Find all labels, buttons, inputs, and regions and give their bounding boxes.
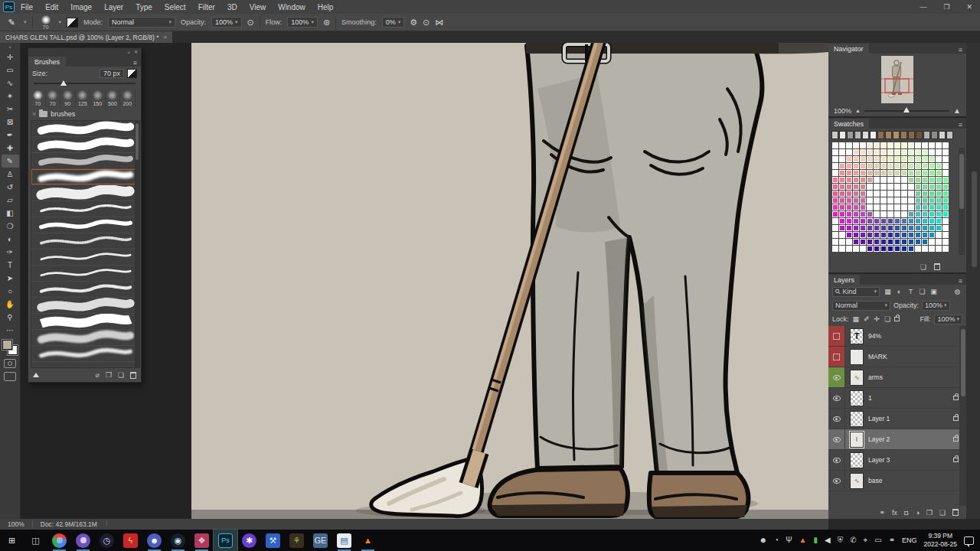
swatch-cell[interactable] [846, 184, 852, 190]
swatch-cell[interactable] [853, 184, 859, 190]
swatch-cell[interactable] [936, 142, 942, 148]
swatch-cell[interactable] [922, 184, 928, 190]
swatch-cell[interactable] [880, 225, 887, 231]
swatch-cell[interactable] [942, 211, 949, 217]
layer-name[interactable]: Layer 1 [868, 415, 890, 422]
swatch-cell[interactable] [860, 225, 866, 231]
taskbar-chrome-icon[interactable] [47, 530, 71, 551]
swatch-cell[interactable] [832, 211, 838, 217]
swatch-cell[interactable] [936, 149, 942, 155]
close-panel-icon[interactable]: ✕ [134, 49, 138, 54]
swatch-cell[interactable] [839, 156, 845, 162]
brush-preset-70[interactable]: 70 [31, 89, 46, 108]
taskbar-plant-app-icon[interactable]: ⚘ [285, 530, 309, 551]
swatch-cell[interactable] [915, 232, 921, 238]
lock-artboard-icon[interactable]: ❏ [884, 315, 890, 323]
swatch-cell[interactable] [853, 204, 859, 210]
swatch-cell[interactable] [915, 246, 921, 252]
swatch-cell[interactable] [874, 232, 880, 238]
document-tab[interactable]: CHARS GLEN TALL.psd @ 100% (Layer 2, RGB… [0, 31, 172, 43]
swatch-cell[interactable] [936, 197, 942, 204]
swatch-cell[interactable] [894, 225, 900, 231]
swatch-cell[interactable] [936, 211, 942, 217]
swatch-cell[interactable] [901, 191, 907, 197]
layer-blend-mode-select[interactable]: Normal ▾ [832, 301, 890, 311]
swatch-cell[interactable] [832, 197, 838, 204]
layer-name[interactable]: 94% [868, 332, 881, 340]
screen-mode-button[interactable] [4, 372, 16, 381]
swatch-cell[interactable] [860, 239, 866, 245]
swatch-cell[interactable] [887, 239, 893, 245]
swatch-cell[interactable] [832, 204, 838, 210]
opacity-select[interactable]: 100% ▾ [211, 17, 242, 28]
swatches-tab[interactable]: Swatches [828, 119, 869, 129]
swatch-cell[interactable] [874, 211, 880, 217]
swatch-cell[interactable] [867, 177, 873, 183]
swatch-cell[interactable] [908, 156, 914, 162]
swatch-cell[interactable] [942, 163, 949, 169]
swatch-cell[interactable] [915, 184, 921, 190]
quick-mask-button[interactable] [4, 359, 16, 368]
swatch-cell[interactable] [860, 232, 866, 238]
taskbar-vlc-icon[interactable]: ▲ [356, 530, 380, 551]
swatch-cell[interactable] [839, 163, 845, 169]
swatch-cell[interactable] [853, 232, 859, 238]
taskbar-clock[interactable]: 9:39 PM 2022-08-25 [924, 532, 957, 549]
swatch-cell[interactable] [880, 204, 887, 210]
swatch-cell[interactable] [929, 170, 935, 176]
swatch-cell[interactable] [860, 149, 866, 155]
brush-preview-toggle-icon[interactable]: ⌀ [95, 371, 99, 379]
filter-adjustment-layers-icon[interactable]: ◐ [894, 288, 904, 295]
swatch-cell[interactable] [880, 218, 887, 224]
swatch-cell[interactable] [908, 191, 914, 197]
swatch-cell[interactable] [908, 184, 914, 190]
swatch-cell[interactable] [846, 204, 852, 210]
brush-stroke-preset-10[interactable] [31, 266, 139, 282]
brush-stroke-preset-14[interactable] [31, 330, 139, 346]
airbrush-icon[interactable]: ⊛ [323, 18, 330, 28]
layer-thumbnail[interactable]: ⌇ [850, 432, 864, 448]
brush-stroke-preset-11[interactable] [31, 282, 139, 298]
layer-name[interactable]: 1 [868, 394, 872, 402]
blur-tool[interactable]: ❍ [2, 220, 19, 233]
swatch-cell[interactable] [922, 211, 928, 217]
quick-selection-tool[interactable]: ✶ [2, 90, 19, 103]
swatch-cell[interactable] [880, 211, 887, 217]
edit-toolbar[interactable]: ⋯ [2, 324, 19, 337]
close-button-icon[interactable]: ✕ [966, 3, 972, 11]
taskbar-password-app-icon[interactable]: ✱ [237, 530, 261, 551]
swatch-cell[interactable] [922, 197, 928, 204]
swatch-cell[interactable] [867, 225, 873, 231]
menu-filter[interactable]: Filter [198, 3, 215, 11]
swatch-cell[interactable] [846, 142, 852, 148]
tray-clock-icon[interactable]: ◔ [774, 536, 779, 544]
navigator-menu-icon[interactable]: ≡ [955, 46, 966, 54]
swatch-cell[interactable] [832, 170, 838, 176]
swatch-cell[interactable] [832, 149, 838, 155]
swatch-cell[interactable] [936, 239, 942, 245]
eraser-tool[interactable]: ▱ [2, 194, 19, 207]
recent-swatch-14[interactable] [931, 131, 938, 139]
swatch-cell[interactable] [860, 246, 866, 252]
delete-swatch-icon[interactable] [934, 263, 940, 270]
brush-picker-chevron[interactable]: ▾ [59, 19, 62, 25]
swatch-cell[interactable] [832, 184, 838, 190]
swatch-cell[interactable] [853, 170, 859, 176]
swatch-cell[interactable] [908, 239, 914, 245]
layer-thumbnail[interactable]: ∿ [850, 370, 864, 386]
swatch-cell[interactable] [936, 184, 942, 190]
swatch-cell[interactable] [901, 149, 907, 155]
restore-button-icon[interactable]: ❐ [943, 3, 949, 11]
recent-swatch-9[interactable] [893, 131, 900, 139]
swatch-cell[interactable] [880, 232, 887, 238]
tray-mic-icon[interactable]: Ψ [786, 536, 792, 544]
tray-game-icon[interactable]: ☻ [760, 536, 768, 544]
swatch-cell[interactable] [915, 170, 921, 176]
swatch-cell[interactable] [901, 170, 907, 176]
history-brush-tool[interactable]: ↺ [2, 181, 19, 194]
brush-settings-icon[interactable] [127, 69, 137, 78]
swatch-cell[interactable] [901, 232, 907, 238]
swatch-cell[interactable] [922, 170, 928, 176]
taskbar-photoshop-icon[interactable]: Ps [214, 530, 237, 551]
swatch-cell[interactable] [894, 149, 900, 155]
